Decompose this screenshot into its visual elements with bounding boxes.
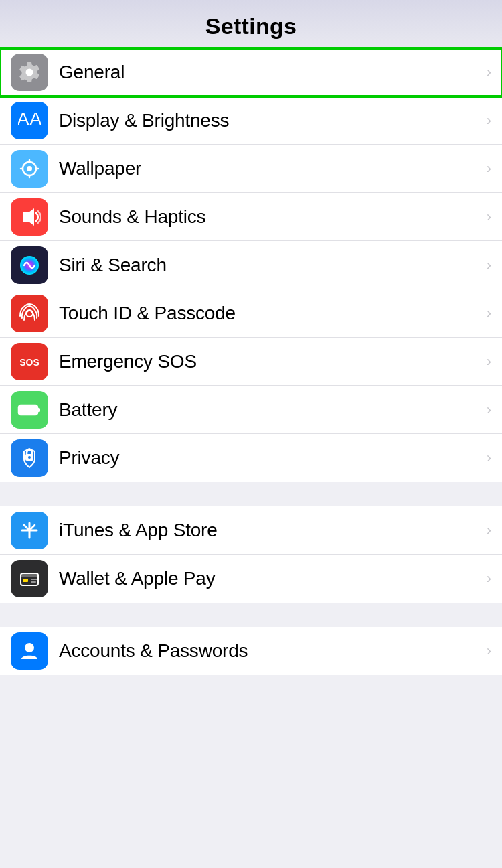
settings-row-itunes[interactable]: iTunes & App Store › bbox=[0, 506, 502, 555]
section-gap-2 bbox=[0, 603, 502, 627]
wallet-apple-pay-icon bbox=[11, 560, 48, 597]
settings-row-display[interactable]: AA Display & Brightness › bbox=[0, 96, 502, 145]
battery-icon-wrap bbox=[11, 391, 48, 429]
accounts-icon bbox=[11, 632, 48, 670]
touchid-chevron: › bbox=[487, 305, 491, 322]
accounts-icon-wrap bbox=[11, 632, 48, 670]
display-label: Display & Brightness bbox=[59, 110, 481, 131]
settings-row-touchid[interactable]: Touch ID & Passcode › bbox=[0, 289, 502, 338]
siri-chevron: › bbox=[487, 257, 491, 274]
wallet-chevron: › bbox=[487, 570, 491, 587]
display-brightness-icon: AA bbox=[11, 102, 48, 139]
svg-rect-18 bbox=[21, 573, 38, 577]
page-title: Settings bbox=[205, 13, 297, 39]
settings-section-3: Accounts & Passwords › bbox=[0, 627, 502, 675]
battery-label: Battery bbox=[59, 399, 481, 421]
sos-label: Emergency SOS bbox=[59, 351, 481, 372]
siri-search-icon bbox=[11, 246, 48, 284]
settings-section-2: iTunes & App Store › Wallet & Apple Pay … bbox=[0, 506, 502, 603]
svg-text:AA: AA bbox=[18, 109, 41, 129]
siri-icon-wrap bbox=[11, 246, 48, 284]
battery-chevron: › bbox=[487, 401, 491, 419]
wallpaper-chevron: › bbox=[487, 160, 491, 177]
accounts-chevron: › bbox=[487, 642, 491, 660]
settings-row-general[interactable]: General › bbox=[0, 48, 502, 96]
privacy-chevron: › bbox=[487, 449, 491, 467]
settings-row-battery[interactable]: Battery › bbox=[0, 386, 502, 434]
svg-rect-21 bbox=[31, 581, 36, 583]
svg-rect-19 bbox=[23, 579, 28, 582]
sounds-label: Sounds & Haptics bbox=[59, 206, 481, 228]
svg-text:SOS: SOS bbox=[19, 357, 39, 368]
privacy-icon-wrap bbox=[11, 439, 48, 477]
privacy-label: Privacy bbox=[59, 447, 481, 469]
svg-marker-7 bbox=[23, 208, 34, 226]
sos-chevron: › bbox=[487, 353, 491, 370]
general-chevron: › bbox=[487, 64, 491, 81]
page-header: Settings bbox=[0, 0, 502, 48]
settings-row-privacy[interactable]: Privacy › bbox=[0, 434, 502, 482]
section-gap-1 bbox=[0, 482, 502, 506]
svg-point-2 bbox=[27, 166, 32, 171]
sounds-chevron: › bbox=[487, 208, 491, 226]
settings-row-wallet[interactable]: Wallet & Apple Pay › bbox=[0, 555, 502, 603]
accounts-label: Accounts & Passwords bbox=[59, 640, 481, 662]
wallet-label: Wallet & Apple Pay bbox=[59, 568, 481, 589]
settings-row-wallpaper[interactable]: Wallpaper › bbox=[0, 145, 502, 193]
app-store-icon bbox=[11, 512, 48, 549]
gear-icon bbox=[11, 54, 48, 91]
privacy-icon bbox=[11, 439, 48, 477]
sounds-haptics-icon bbox=[11, 198, 48, 236]
touchid-label: Touch ID & Passcode bbox=[59, 303, 481, 324]
display-chevron: › bbox=[487, 112, 491, 129]
general-icon-wrap bbox=[11, 54, 48, 91]
touchid-icon-wrap bbox=[11, 295, 48, 332]
svg-rect-12 bbox=[37, 408, 40, 412]
settings-row-sos[interactable]: SOS Emergency SOS › bbox=[0, 338, 502, 386]
svg-point-22 bbox=[25, 643, 34, 652]
itunes-chevron: › bbox=[487, 522, 491, 539]
svg-rect-11 bbox=[19, 405, 37, 415]
wallet-icon-wrap bbox=[11, 560, 48, 597]
battery-icon bbox=[11, 391, 48, 429]
settings-row-sounds[interactable]: Sounds & Haptics › bbox=[0, 193, 502, 241]
settings-row-siri[interactable]: Siri & Search › bbox=[0, 241, 502, 289]
svg-point-14 bbox=[28, 456, 31, 459]
general-label: General bbox=[59, 62, 481, 83]
siri-label: Siri & Search bbox=[59, 255, 481, 276]
display-icon-wrap: AA bbox=[11, 102, 48, 139]
wallpaper-label: Wallpaper bbox=[59, 158, 481, 179]
sos-icon-wrap: SOS bbox=[11, 343, 48, 380]
wallpaper-icon-wrap bbox=[11, 150, 48, 188]
settings-section-1: General › AA Display & Brightness › bbox=[0, 48, 502, 482]
appstore-icon-wrap bbox=[11, 512, 48, 549]
svg-rect-20 bbox=[31, 579, 39, 580]
itunes-label: iTunes & App Store bbox=[59, 520, 481, 541]
settings-row-accounts[interactable]: Accounts & Passwords › bbox=[0, 627, 502, 675]
emergency-sos-icon: SOS bbox=[11, 343, 48, 380]
sounds-icon-wrap bbox=[11, 198, 48, 236]
wallpaper-icon bbox=[11, 150, 48, 188]
touch-id-icon bbox=[11, 295, 48, 332]
